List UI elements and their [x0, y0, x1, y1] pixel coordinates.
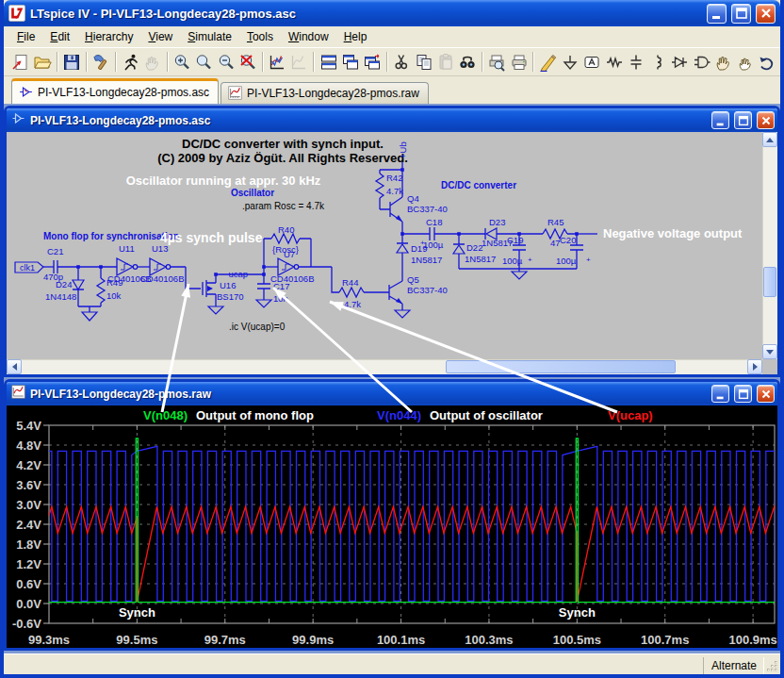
legend-name[interactable]: V(ucap)	[608, 408, 653, 422]
y-axis-tick: 1.8V	[16, 537, 41, 552]
tab-label: PI-VLF13-Longdecay28-pmos.raw	[247, 87, 419, 100]
y-axis-tick: 3.6V	[16, 478, 41, 492]
menu-help[interactable]: Help	[336, 27, 375, 46]
waveform-maximize-button[interactable]	[734, 385, 752, 403]
schematic-label: 10k	[106, 290, 122, 301]
scroll-up-button[interactable]	[762, 132, 777, 147]
undo-button[interactable]	[757, 50, 778, 74]
schematic-label: D19	[411, 243, 427, 254]
schematic-label: C18	[426, 217, 442, 227]
schematic-canvas[interactable]: DC/DC converter with synch input.(C) 200…	[7, 132, 777, 374]
schematic-label: Q4	[407, 193, 419, 204]
tile-windows-button[interactable]	[318, 50, 339, 74]
schematic-label: ucap	[228, 269, 248, 279]
new-schematic-button[interactable]	[9, 50, 31, 74]
save-button[interactable]	[61, 50, 83, 74]
toolbar-separator	[482, 52, 483, 72]
place-inductor-button[interactable]	[647, 50, 669, 74]
toolbar-separator	[532, 52, 534, 72]
menu-hierarchy[interactable]: Hierarchy	[77, 27, 140, 46]
tab-waveform[interactable]: PI-VLF13-Longdecay28-pmos.raw	[220, 82, 429, 104]
place-resistor-button[interactable]	[603, 50, 625, 74]
draw-wire-button[interactable]	[537, 50, 559, 74]
maximize-button[interactable]	[731, 4, 751, 24]
schematic-minimize-button[interactable]	[711, 111, 729, 129]
menu-file[interactable]: File	[9, 27, 42, 46]
schematic-label: BC337-40	[407, 204, 448, 214]
find-button[interactable]	[457, 50, 479, 74]
schematic-label: R44	[342, 277, 358, 288]
place-capacitor-button[interactable]	[625, 50, 646, 74]
scroll-left-button[interactable]	[7, 359, 22, 374]
plot-settings-button[interactable]	[267, 50, 288, 74]
schematic-label: 4.7k	[386, 186, 403, 196]
copy-button[interactable]	[413, 50, 434, 74]
solver-mode-badge: Alternate	[703, 657, 764, 676]
menu-view[interactable]: View	[140, 27, 180, 46]
schematic-hscrollbar[interactable]	[7, 359, 762, 374]
place-diode-button[interactable]	[669, 50, 691, 74]
schematic-tab-icon	[19, 85, 33, 99]
waveform-window-titlebar[interactable]: PI-VLF13-Longdecay28-pmos.raw	[7, 382, 777, 405]
vscroll-thumb[interactable]	[763, 267, 776, 297]
close-button[interactable]	[756, 4, 776, 24]
menu-tools[interactable]: Tools	[239, 27, 281, 46]
schematic-label: DC/DC converter with synch input.	[182, 137, 384, 151]
tab-schematic[interactable]: PI-VLF13-Longdecay28-pmos.asc	[11, 78, 219, 104]
x-axis-tick: 99.7ms	[204, 633, 246, 647]
print-preview-button[interactable]	[486, 50, 508, 74]
scroll-right-button[interactable]	[747, 359, 762, 374]
waveform-window-title: PI-VLF13-Longdecay28-pmos.raw	[30, 388, 707, 401]
place-component-button[interactable]	[691, 50, 712, 74]
toolbar-separator	[86, 52, 88, 72]
schematic-label: 10n	[273, 293, 288, 304]
zoom-full-extents-button[interactable]	[193, 50, 215, 74]
schematic-maximize-button[interactable]	[734, 111, 752, 129]
cascade-restore-button[interactable]	[362, 50, 384, 74]
resize-grip[interactable]	[765, 659, 778, 678]
place-ground-button[interactable]	[560, 50, 581, 74]
status-message-area	[8, 657, 699, 676]
schematic-label: (C) 2009 by Aziz Ögüt. All Rights Reserv…	[157, 151, 408, 165]
window-title: LTspice IV - PI-VLF13-Longdecay28-pmos.a…	[30, 7, 702, 21]
schematic-label: U7	[284, 249, 295, 259]
zoom-out-button[interactable]	[215, 50, 237, 74]
schematic-label: +Ub	[398, 141, 408, 158]
waveform-plot[interactable]: 5.4V4.8V4.2V3.6V3.0V2.4V1.8V1.2V0.6V0.0V…	[7, 405, 777, 648]
place-label-button[interactable]	[581, 50, 603, 74]
print-button[interactable]	[508, 50, 530, 74]
schematic-close-button[interactable]	[757, 111, 775, 129]
zoom-in-button[interactable]	[172, 50, 193, 74]
schematic-label: C19	[507, 235, 523, 245]
hscroll-thumb[interactable]	[446, 360, 676, 373]
minimize-button[interactable]	[707, 4, 727, 24]
schematic-label: +	[586, 256, 591, 264]
tab-label: PI-VLF13-Longdecay28-pmos.asc	[38, 86, 209, 99]
synch-annotation: Synch	[119, 605, 155, 620]
menu-edit[interactable]: Edit	[42, 27, 77, 46]
legend-name[interactable]: V(n048)	[143, 408, 188, 422]
schematic-label: Mono flop for synchronisation	[43, 231, 179, 241]
scroll-down-button[interactable]	[762, 344, 777, 359]
waveform-minimize-button[interactable]	[711, 385, 729, 403]
schematic-file-icon	[11, 111, 25, 129]
zoom-fit-button[interactable]	[237, 50, 258, 74]
toolbar-separator	[115, 52, 117, 72]
schematic-window-titlebar[interactable]: PI-VLF13-Longdecay28-pmos.asc	[7, 108, 777, 132]
run-simulation-button[interactable]	[120, 50, 141, 74]
legend-description: Output of oscillator	[430, 408, 543, 422]
move-button[interactable]	[712, 50, 734, 74]
control-panel-button[interactable]	[90, 50, 112, 74]
legend-name[interactable]: V(n044)	[377, 408, 421, 422]
menu-simulate[interactable]: Simulate	[180, 27, 239, 46]
open-file-button[interactable]	[31, 50, 53, 74]
waveform-close-button[interactable]	[757, 385, 775, 403]
ltspice-logo-icon	[8, 5, 25, 22]
schematic-label: BC337-40	[407, 285, 448, 295]
drag-button[interactable]	[735, 50, 757, 74]
cut-button[interactable]	[391, 50, 413, 74]
cascade-windows-button[interactable]	[339, 50, 361, 74]
x-axis-tick: 100.3ms	[465, 633, 513, 647]
schematic-vscrollbar[interactable]	[762, 132, 777, 359]
menu-window[interactable]: Window	[281, 27, 336, 46]
